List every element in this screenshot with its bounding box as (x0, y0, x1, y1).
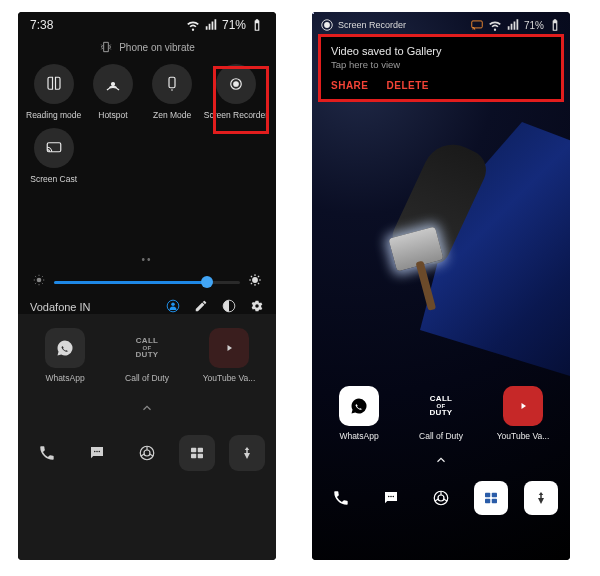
phone-icon (332, 489, 350, 507)
dock-pubg[interactable] (229, 435, 265, 471)
svg-point-5 (37, 278, 42, 283)
phone-right: Screen Recorder 71% Video saved to Galle… (312, 12, 570, 560)
brightness-high-icon (248, 273, 262, 291)
gallery-icon (188, 444, 206, 462)
zen-icon (163, 75, 181, 93)
app-youtube-vanced[interactable]: YouTube Va... (493, 386, 553, 441)
svg-point-3 (234, 82, 239, 87)
app-whatsapp[interactable]: WhatsApp (329, 386, 389, 441)
home-screen: WhatsApp CALL OF DUTY Call of Duty YouTu… (312, 382, 570, 560)
app-drawer-handle[interactable] (312, 441, 570, 475)
chrome-icon (432, 489, 450, 507)
svg-rect-28 (492, 493, 497, 498)
svg-rect-29 (485, 499, 490, 504)
svg-point-6 (252, 277, 258, 283)
battery-icon (548, 18, 562, 32)
qs-tile-zen-mode[interactable]: Zen Mode (145, 64, 200, 120)
pubg-icon (238, 444, 256, 462)
settings-icon[interactable] (250, 299, 264, 315)
svg-point-19 (324, 22, 330, 28)
signal-icon (506, 18, 520, 32)
wallpaper-art (360, 82, 570, 412)
dock-gallery[interactable] (474, 481, 508, 515)
svg-rect-17 (191, 454, 196, 459)
page-indicator: •• (18, 184, 276, 265)
svg-rect-21 (472, 21, 483, 28)
hotspot-icon (104, 75, 122, 93)
youtube-icon (220, 339, 238, 357)
qs-tile-hotspot[interactable]: Hotspot (85, 64, 140, 120)
svg-point-23 (390, 496, 392, 498)
home-screen: WhatsApp CALL OF DUTY Call of Duty YouTu… (18, 314, 276, 560)
user-icon[interactable] (166, 299, 180, 315)
ringer-status: Phone on vibrate (18, 34, 276, 64)
svg-point-12 (99, 451, 101, 453)
svg-point-14 (144, 450, 150, 456)
svg-rect-15 (191, 448, 196, 453)
app-drawer-handle[interactable] (18, 383, 276, 427)
signal-icon (204, 18, 218, 32)
message-icon (88, 444, 106, 462)
chrome-icon (138, 444, 156, 462)
notification-title: Video saved to Gallery (331, 45, 551, 57)
app-cod[interactable]: CALL OF DUTY Call of Duty (117, 328, 177, 383)
notification-subtitle: Tap here to view (331, 57, 551, 70)
brightness-low-icon (32, 273, 46, 291)
svg-rect-16 (198, 448, 203, 453)
rec-label: Screen Recorder (338, 20, 406, 30)
pubg-icon (532, 489, 550, 507)
dock-phone[interactable] (29, 435, 65, 471)
status-time: 7:38 (30, 18, 53, 32)
whatsapp-icon (350, 397, 368, 415)
app-youtube-vanced[interactable]: YouTube Va... (199, 328, 259, 383)
phone-left: 7:38 71% Phone on vibrate Reading mode (18, 12, 276, 560)
phone-icon (38, 444, 56, 462)
dock-chrome[interactable] (129, 435, 165, 471)
cast-status-icon (470, 18, 484, 32)
qs-tile-reading-mode[interactable]: Reading mode (26, 64, 81, 120)
notification-card[interactable]: Video saved to Gallery Tap here to view … (318, 34, 564, 102)
book-icon (45, 75, 63, 93)
record-indicator-icon (320, 18, 334, 32)
app-whatsapp[interactable]: WhatsApp (35, 328, 95, 383)
vibrate-icon (99, 40, 113, 54)
app-cod[interactable]: CALL OF DUTY Call of Duty (411, 386, 471, 441)
status-battery: 71% (524, 20, 544, 31)
svg-point-11 (96, 451, 98, 453)
dock-messages[interactable] (374, 481, 408, 515)
whatsapp-icon (56, 339, 74, 357)
wifi-icon (186, 18, 200, 32)
wifi-icon (488, 18, 502, 32)
status-bar: 7:38 71% (18, 12, 276, 34)
notification-action-share[interactable]: SHARE (331, 80, 369, 91)
theme-icon[interactable] (222, 299, 236, 315)
edit-icon[interactable] (194, 299, 208, 315)
qs-tile-screen-cast[interactable]: Screen Cast (26, 128, 81, 184)
youtube-icon (514, 397, 532, 415)
dock-messages[interactable] (79, 435, 115, 471)
svg-point-24 (393, 496, 395, 498)
svg-point-26 (438, 495, 444, 501)
dock-chrome[interactable] (424, 481, 458, 515)
battery-icon (250, 18, 264, 32)
dock-pubg[interactable] (524, 481, 558, 515)
record-icon (227, 75, 245, 93)
svg-point-0 (111, 83, 114, 86)
svg-point-10 (94, 451, 96, 453)
gallery-icon (482, 489, 500, 507)
svg-point-8 (171, 303, 175, 307)
dock-gallery[interactable] (179, 435, 215, 471)
svg-rect-18 (198, 454, 203, 459)
svg-rect-1 (169, 77, 175, 88)
notification-action-delete[interactable]: DELETE (387, 80, 429, 91)
qs-tile-screen-recorder[interactable]: Screen Recorder (204, 64, 268, 120)
cast-icon (45, 139, 63, 157)
message-icon (382, 489, 400, 507)
svg-rect-30 (492, 499, 497, 504)
brightness-slider[interactable] (18, 265, 276, 295)
svg-rect-27 (485, 493, 490, 498)
svg-point-22 (388, 496, 390, 498)
dock-phone[interactable] (324, 481, 358, 515)
carrier-name: Vodafone IN (30, 301, 91, 313)
status-battery: 71% (222, 18, 246, 32)
